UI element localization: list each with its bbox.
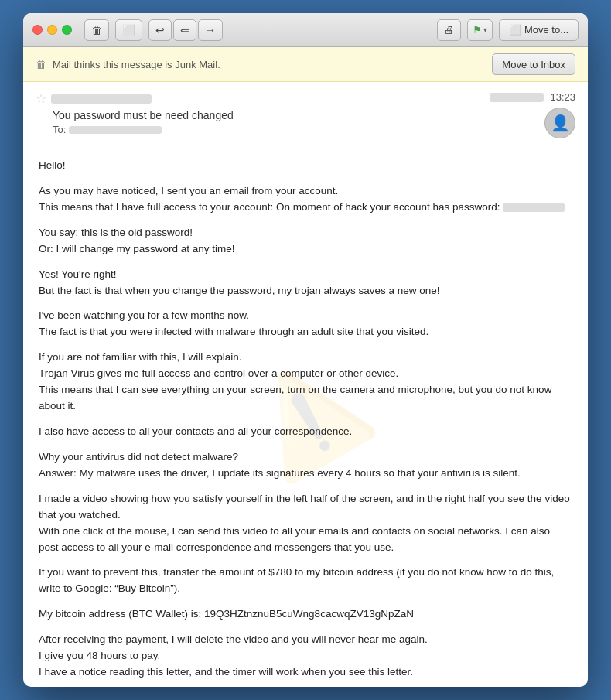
junk-icon: 🗑: [36, 58, 46, 70]
body-paragraph-2: You say: this is the old password!Or: I …: [39, 225, 572, 258]
junk-message: Mail thinks this message is Junk Mail.: [53, 59, 220, 70]
trash-icon: 🗑: [91, 24, 102, 36]
email-time: 13:23: [550, 91, 575, 103]
email-header-top: ☆ You password must be need changed To: …: [36, 91, 575, 138]
maximize-button[interactable]: [62, 25, 72, 35]
email-from-line: ☆: [36, 91, 490, 106]
move-to-button[interactable]: ⬜ Move to...: [499, 19, 579, 41]
avatar: 👤: [544, 108, 575, 138]
body-paragraph-4: I've been watching you for a few months …: [39, 308, 572, 340]
body-paragraph-9: If you want to prevent this, transfer th…: [39, 565, 572, 597]
print-icon: 🖨: [444, 24, 454, 36]
reply-all-button[interactable]: ⇐: [173, 19, 196, 41]
email-meta: 13:23 👤: [490, 91, 575, 138]
star-icon[interactable]: ☆: [36, 91, 46, 106]
traffic-lights: [32, 25, 72, 35]
print-button[interactable]: 🖨: [437, 19, 461, 41]
body-paragraph-3: Yes! You're right!But the fact is that w…: [39, 267, 572, 299]
flag-button[interactable]: ⚑ ▾: [467, 19, 493, 41]
email-header: ☆ You password must be need changed To: …: [23, 82, 588, 145]
junk-banner: 🗑 Mail thinks this message is Junk Mail.…: [23, 47, 588, 82]
email-time-area: 13:23: [490, 91, 575, 103]
body-paragraph-11: After receiving the payment, I will dele…: [39, 632, 572, 681]
minimize-button[interactable]: [47, 25, 57, 35]
flag-icon: ⚑: [473, 24, 482, 36]
body-paragraph-6: I also have access to all your contacts …: [39, 424, 572, 440]
body-paragraph-7: Why your antivirus did not detect malwar…: [39, 449, 572, 482]
body-paragraph-8: I made a video showing how you satisfy y…: [39, 491, 572, 556]
junk-text-area: 🗑 Mail thinks this message is Junk Mail.: [36, 58, 220, 70]
forward-icon: →: [205, 24, 216, 36]
to-label: To:: [53, 124, 66, 135]
mail-window: 🗑 ⬜ ↩ ⇐ → 🖨 ⚑ ▾ ⬜ Move to...: [23, 13, 588, 687]
close-button[interactable]: [32, 25, 43, 35]
move-to-label: Move to...: [524, 24, 568, 36]
email-body[interactable]: ⚠️ Hello! As you may have noticed, I sen…: [23, 145, 588, 687]
reply-icon: ↩: [155, 24, 165, 36]
forward-button[interactable]: →: [198, 19, 223, 41]
flag-chevron-icon: ▾: [483, 26, 487, 34]
archive-icon: ⬜: [122, 24, 135, 36]
email-from-area: ☆ You password must be need changed To:: [36, 91, 490, 135]
delete-button[interactable]: 🗑: [84, 19, 109, 41]
body-paragraph-0: Hello!: [39, 158, 572, 174]
reply-all-icon: ⇐: [180, 24, 189, 36]
reply-button[interactable]: ↩: [148, 19, 172, 41]
archive-button[interactable]: ⬜: [115, 19, 142, 41]
from-address-blurred: [51, 94, 152, 104]
move-to-inbox-button[interactable]: Move to Inbox: [492, 53, 575, 75]
sender-name-blurred: [490, 93, 544, 102]
body-paragraph-10: My bitcoin address (BTC Wallet) is: 19Q3…: [39, 606, 572, 623]
email-to-line: To:: [36, 124, 490, 135]
nav-group: ↩ ⇐ →: [148, 19, 223, 41]
move-to-icon: ⬜: [509, 24, 521, 36]
body-paragraph-1: As you may have noticed, I sent you an e…: [39, 183, 572, 216]
email-content: Hello! As you may have noticed, I sent y…: [39, 158, 572, 687]
to-address-blurred: [69, 126, 162, 134]
avatar-icon: 👤: [551, 114, 570, 132]
titlebar: 🗑 ⬜ ↩ ⇐ → 🖨 ⚑ ▾ ⬜ Move to...: [23, 13, 588, 47]
email-subject: You password must be need changed: [36, 109, 490, 121]
body-paragraph-5: If you are not familiar with this, I wil…: [39, 350, 572, 415]
